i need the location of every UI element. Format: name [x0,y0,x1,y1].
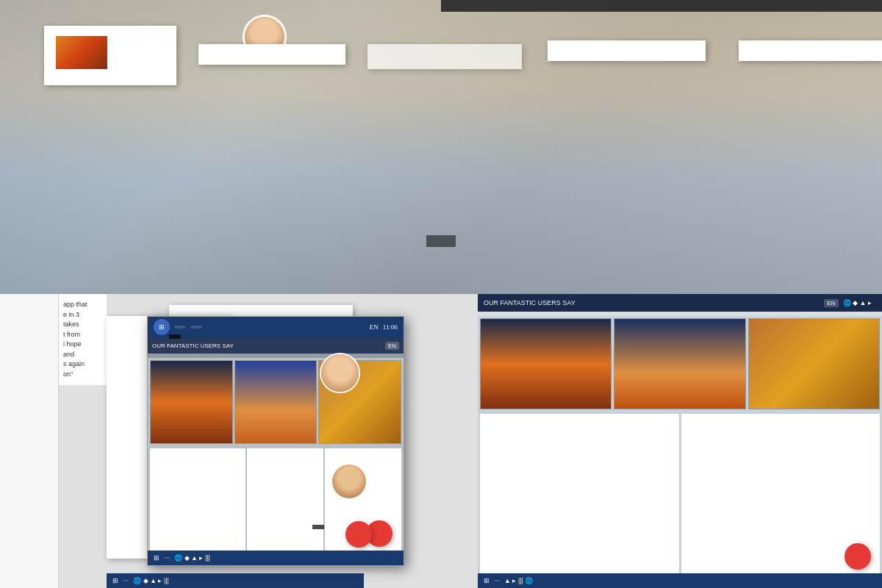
status-bar-2: ⊞ 🌐 ◆ ▲ ▸ ||| [148,551,404,565]
small-card-left: app thate in 3takest fromi hopeands agai… [59,294,107,385]
status-bar-1: ⊞ 🌐 ◆ ▲ ▸ ||| [107,573,364,588]
testimonial-card-2 [198,44,345,65]
testimonial-card-4 [548,40,706,61]
status-icons-1: 🌐 ◆ ▲ ▸ ||| [133,577,169,584]
windows-logo-icon: ⊞ [159,323,165,331]
avatar-middle [320,353,360,393]
testimonial-card-1 [44,26,176,85]
lorem-card [150,448,245,558]
status-icons-bottom-right: ▲ ▸ ||| 🌐 [504,577,533,584]
status-icons-right: 🌐 ◆ ▲ ▸ [843,299,872,307]
testimonial-card-3 [368,44,522,69]
windows-logo-status: ⊞ [154,554,159,562]
block-1-label [169,334,181,339]
small-card-text: app thate in 3takest fromi hopeands agai… [63,301,87,378]
windows-start-btn[interactable]: ⊞ [154,319,170,335]
taskbar-item-1 [174,326,186,329]
avatar-bottom-2-face [332,465,366,498]
lang-en-right: EN [824,299,838,307]
right-app-status: EN 🌐 ◆ ▲ ▸ [824,299,876,307]
taskbar-item-2 [190,326,202,329]
status-bar-right: ⊞ ▲ ▸ ||| 🌐 [478,573,882,588]
win-logo-right: ⊞ [484,577,490,584]
status-icons: 🌐 ◆ ▲ ▸ ||| [174,554,210,562]
top-section [0,0,882,294]
right-img-3 [748,318,880,409]
right-img-1 [480,318,612,409]
header-title [441,0,882,12]
lang-en-1 [123,580,129,581]
right-app-header: OUR FANTASTIC USERS SAY EN 🌐 ◆ ▲ ▸ [478,294,882,312]
right-card-1 [480,414,679,578]
app-header-bar: OUR FANTASTIC USERS SAY EN [148,337,404,354]
header-bar-text: OUR FANTASTIC USERS SAY [152,343,234,349]
right-bottom-cards [478,412,882,581]
bottom-section: app thate in 3takest fromi hopeands agai… [0,294,882,588]
images-row [148,358,404,446]
app-window-right[interactable]: OUR FANTASTIC USERS SAY EN 🌐 ◆ ▲ ▸ [478,294,882,588]
lang-badge-1: EN [370,323,379,331]
card-image-1 [56,36,107,69]
avatar-bottom-2 [331,463,368,500]
add-button-center[interactable] [345,521,372,548]
taskbar-time-1: 11:06 [383,323,398,331]
add-button-right-app[interactable] [845,543,871,570]
bottom-card-2 [247,448,323,558]
right-img-2 [614,318,745,409]
lang-badge-app: EN [385,342,399,350]
testimonial-card-5 [739,40,882,61]
win-logo-1: ⊞ [112,577,118,584]
right-images-row [478,316,882,412]
mobirise-brand [0,294,58,323]
right-app-title: OUR FANTASTIC USERS SAY [484,299,576,306]
lang-badge-right [494,580,500,581]
block-6-label [312,525,324,529]
app-taskbar-1: ⊞ EN 11:06 [148,317,404,337]
taskbar-right-1: EN 11:06 [370,323,398,331]
bottom-left-sidebar [0,294,59,588]
lang-en-2 [164,557,170,559]
image-panel-sunset [150,360,233,444]
image-panel-beach [234,360,318,444]
bottom-main: app thate in 3takest fromi hopeands agai… [59,294,882,588]
avatar-middle-face [321,354,359,392]
